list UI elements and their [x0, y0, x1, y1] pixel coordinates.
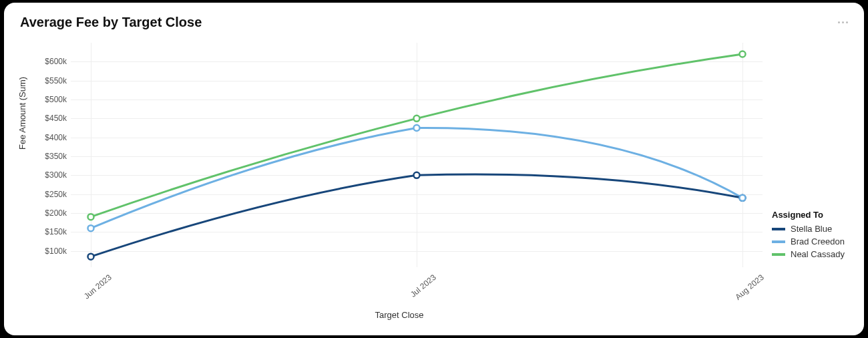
x-tick: Jun 2023 [82, 273, 114, 301]
y-tick: $100k [39, 246, 67, 256]
chart-title: Average Fee by Target Close [20, 15, 202, 30]
legend-swatch [772, 240, 785, 243]
data-point[interactable] [88, 254, 94, 260]
series-line-stella-blue[interactable] [91, 174, 742, 257]
data-point[interactable] [414, 125, 420, 131]
data-point[interactable] [740, 51, 746, 57]
y-tick: $400k [39, 133, 67, 142]
chart-card: Average Fee by Target Close Fee Amount (… [4, 3, 864, 335]
x-tick: Aug 2023 [733, 273, 765, 302]
line-chart-svg [71, 43, 763, 270]
legend-label: Neal Cassady [791, 249, 845, 259]
y-tick: $150k [39, 227, 67, 236]
legend: Assigned To Stella Blue Brad Creedon Nea… [772, 210, 845, 262]
legend-swatch [772, 228, 785, 230]
legend-item-neal-cassady[interactable]: Neal Cassady [772, 249, 845, 259]
data-point[interactable] [88, 214, 94, 220]
x-tick: Jul 2023 [409, 273, 438, 299]
y-tick: $350k [39, 152, 67, 161]
data-point[interactable] [414, 172, 420, 178]
y-tick: $300k [39, 170, 67, 180]
y-tick: $600k [39, 57, 67, 66]
y-tick: $250k [39, 190, 67, 199]
chart-menu-button[interactable] [836, 17, 849, 27]
legend-title: Assigned To [772, 210, 845, 220]
plot-area: Fee Amount (Sum) $100k $150k $200k $250k… [36, 43, 763, 283]
y-axis-label: Fee Amount (Sum) [17, 77, 27, 150]
legend-label: Stella Blue [791, 224, 832, 234]
y-tick: $450k [39, 114, 67, 123]
data-point[interactable] [88, 225, 94, 231]
data-point[interactable] [414, 116, 420, 122]
x-axis-label: Target Close [36, 310, 763, 320]
y-tick: $200k [39, 208, 67, 218]
legend-item-brad-creedon[interactable]: Brad Creedon [772, 236, 845, 246]
legend-swatch [772, 253, 785, 256]
y-tick: $500k [39, 95, 67, 104]
data-point[interactable] [740, 195, 746, 201]
legend-item-stella-blue[interactable]: Stella Blue [772, 224, 845, 234]
legend-label: Brad Creedon [791, 236, 845, 246]
series-line-neal-cassady[interactable] [91, 54, 742, 217]
y-tick: $550k [39, 76, 67, 86]
